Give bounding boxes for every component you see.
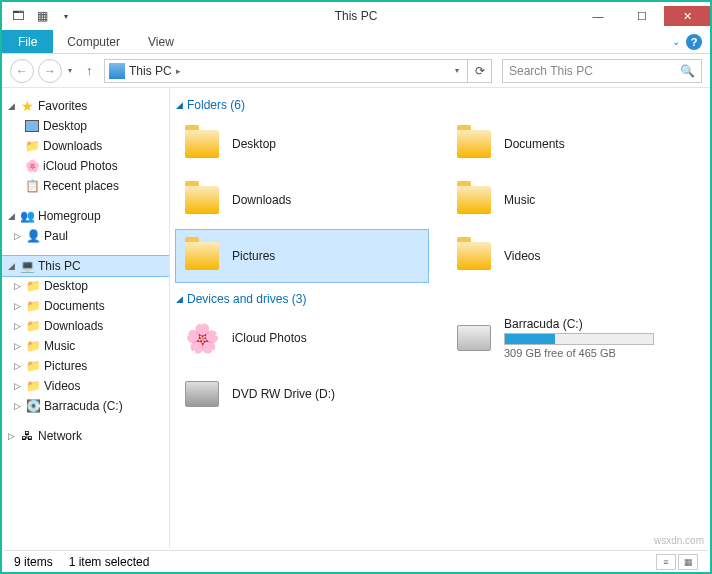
selection-count: 1 item selected [69, 555, 150, 569]
quick-access-toolbar: 🗔 ▦ ▾ [2, 6, 76, 26]
qat-dropdown-icon[interactable]: ▾ [56, 6, 76, 26]
navigation-bar: ← → ▾ ↑ This PC ▸ ▾ ⟳ Search This PC 🔍 [2, 54, 710, 88]
maximize-button[interactable]: ☐ [620, 6, 664, 26]
collapse-icon[interactable]: ◢ [6, 261, 16, 271]
folder-icon: 📁 [25, 378, 41, 394]
sidebar-item-documents[interactable]: ▷📁Documents [2, 296, 169, 316]
folder-icon: 📁 [25, 358, 41, 374]
close-button[interactable]: ✕ [664, 6, 710, 26]
drive-usage-bar [504, 333, 654, 345]
network-icon: 🖧 [19, 428, 35, 444]
folder-icon [185, 186, 219, 214]
view-tab[interactable]: View [134, 30, 188, 53]
collapse-icon[interactable]: ◢ [6, 101, 16, 111]
collapse-icon[interactable]: ◢ [176, 294, 183, 304]
folder-icon: 📁 [24, 138, 40, 154]
expand-icon[interactable]: ▷ [12, 361, 22, 371]
window-title: This PC [335, 9, 378, 23]
computer-tab[interactable]: Computer [53, 30, 134, 53]
dvd-drive-icon [185, 381, 219, 407]
breadcrumb-text[interactable]: This PC [129, 64, 172, 78]
navigation-pane: ◢ ★ Favorites Desktop 📁Downloads 🌸iCloud… [2, 88, 170, 548]
folder-music[interactable]: Music [448, 174, 700, 226]
expand-icon[interactable]: ▷ [12, 381, 22, 391]
up-button[interactable]: ↑ [78, 60, 100, 82]
expand-ribbon-icon[interactable]: ⌄ [666, 30, 686, 53]
expand-icon[interactable]: ▷ [12, 231, 22, 241]
details-view-button[interactable]: ≡ [656, 554, 676, 570]
forward-button[interactable]: → [38, 59, 62, 83]
sidebar-item-icloud-photos[interactable]: 🌸iCloud Photos [2, 156, 169, 176]
content-pane: ◢ Folders (6) Desktop Documents Download… [170, 88, 710, 548]
history-dropdown-icon[interactable]: ▾ [66, 66, 74, 75]
sidebar-item-videos[interactable]: ▷📁Videos [2, 376, 169, 396]
help-icon[interactable]: ? [686, 34, 702, 50]
recent-icon: 📋 [24, 178, 40, 194]
location-icon [109, 63, 125, 79]
drive-icon: 💽 [25, 398, 41, 414]
icloud-photos-icon: 🌸 [182, 318, 222, 358]
file-tab[interactable]: File [2, 30, 53, 53]
drive-barracuda-c[interactable]: Barracuda (C:) 309 GB free of 465 GB [448, 312, 700, 364]
folder-pictures[interactable]: Pictures [176, 230, 428, 282]
folders-section-header[interactable]: ◢ Folders (6) [176, 98, 700, 112]
folder-icon [457, 242, 491, 270]
folder-downloads[interactable]: Downloads [176, 174, 428, 226]
icloud-icon: 🌸 [24, 158, 40, 174]
search-placeholder: Search This PC [509, 64, 593, 78]
user-icon: 👤 [25, 228, 41, 244]
drive-dvd-rw[interactable]: DVD RW Drive (D:) [176, 368, 428, 420]
expand-icon[interactable]: ▷ [6, 431, 16, 441]
item-count: 9 items [14, 555, 53, 569]
main-area: ◢ ★ Favorites Desktop 📁Downloads 🌸iCloud… [2, 88, 710, 548]
collapse-icon[interactable]: ◢ [6, 211, 16, 221]
address-bar[interactable]: This PC ▸ ▾ [104, 59, 468, 83]
sidebar-item-music[interactable]: ▷📁Music [2, 336, 169, 356]
folder-icon [185, 130, 219, 158]
sidebar-homegroup[interactable]: ◢ 👥 Homegroup [2, 206, 169, 226]
titlebar: 🗔 ▦ ▾ This PC — ☐ ✕ [2, 2, 710, 30]
folder-desktop[interactable]: Desktop [176, 118, 428, 170]
tiles-view-button[interactable]: ▦ [678, 554, 698, 570]
sidebar-favorites[interactable]: ◢ ★ Favorites [2, 96, 169, 116]
drive-icloud-photos[interactable]: 🌸 iCloud Photos [176, 312, 428, 364]
folder-documents[interactable]: Documents [448, 118, 700, 170]
expand-icon[interactable]: ▷ [12, 341, 22, 351]
sidebar-item-downloads[interactable]: 📁Downloads [2, 136, 169, 156]
expand-icon[interactable]: ▷ [12, 301, 22, 311]
folder-icon: 📁 [25, 338, 41, 354]
sidebar-network[interactable]: ▷ 🖧 Network [2, 426, 169, 446]
folder-icon: 📁 [25, 298, 41, 314]
sidebar-item-desktop[interactable]: ▷📁Desktop [2, 276, 169, 296]
expand-icon[interactable]: ▷ [12, 401, 22, 411]
sidebar-item-desktop[interactable]: Desktop [2, 116, 169, 136]
desktop-icon [24, 118, 40, 134]
computer-icon: 💻 [19, 258, 35, 274]
folder-icon [185, 242, 219, 270]
back-button[interactable]: ← [10, 59, 34, 83]
address-dropdown-icon[interactable]: ▾ [451, 66, 463, 75]
properties-icon[interactable]: 🗔 [8, 6, 28, 26]
new-folder-icon[interactable]: ▦ [32, 6, 52, 26]
collapse-icon[interactable]: ◢ [176, 100, 183, 110]
sidebar-item-barracuda[interactable]: ▷💽Barracuda (C:) [2, 396, 169, 416]
minimize-button[interactable]: — [576, 6, 620, 26]
window-controls: — ☐ ✕ [576, 6, 710, 26]
breadcrumb-separator-icon[interactable]: ▸ [176, 66, 181, 76]
sidebar-item-downloads[interactable]: ▷📁Downloads [2, 316, 169, 336]
ribbon-tabs: File Computer View ⌄ ? [2, 30, 710, 54]
homegroup-icon: 👥 [19, 208, 35, 224]
folder-icon [457, 130, 491, 158]
sidebar-this-pc[interactable]: ◢ 💻 This PC [2, 256, 169, 276]
expand-icon[interactable]: ▷ [12, 321, 22, 331]
sidebar-item-recent[interactable]: 📋Recent places [2, 176, 169, 196]
sidebar-item-paul[interactable]: ▷👤Paul [2, 226, 169, 246]
folder-icon: 📁 [25, 318, 41, 334]
drives-section-header[interactable]: ◢ Devices and drives (3) [176, 292, 700, 306]
watermark: wsxdn.com [654, 535, 704, 546]
search-input[interactable]: Search This PC 🔍 [502, 59, 702, 83]
sidebar-item-pictures[interactable]: ▷📁Pictures [2, 356, 169, 376]
refresh-button[interactable]: ⟳ [468, 59, 492, 83]
folder-videos[interactable]: Videos [448, 230, 700, 282]
expand-icon[interactable]: ▷ [12, 281, 22, 291]
